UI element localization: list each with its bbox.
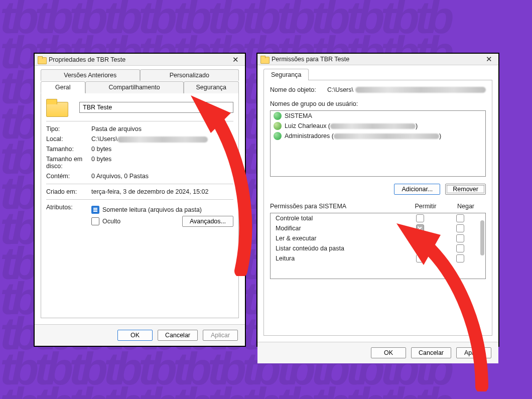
properties-dialog-frame: Propriedades de TBR Teste ✕ Versões Ante… [34, 53, 246, 347]
group-icon [274, 112, 282, 120]
list-item-label: SISTEMA [285, 112, 312, 119]
checkbox-allow[interactable] [416, 234, 424, 242]
window-title: Permissões para TBR Teste [272, 56, 482, 63]
tab-personalizado[interactable]: Personalizado [140, 69, 239, 81]
ok-button[interactable]: OK [117, 330, 153, 341]
label-local: Local: [46, 136, 91, 143]
advanced-button[interactable]: Avançados... [182, 216, 233, 227]
group-listbox[interactable]: SISTEMA Luiz Charleaux () Administradore… [270, 110, 486, 177]
label-tamanho: Tamanho: [46, 146, 91, 153]
apply-button[interactable]: Aplicar [456, 347, 491, 358]
titlebar[interactable]: Permissões para TBR Teste ✕ [257, 54, 498, 65]
col-header-allow: Permitir [406, 203, 446, 210]
checkbox-deny[interactable] [456, 214, 464, 222]
perm-row-leitura: Leitura [271, 253, 485, 263]
perm-label: Ler & executar [276, 235, 316, 242]
perm-row-listar: Listar conteúdo da pasta [271, 243, 485, 253]
permissions-header: Permissões para SISTEMA Permitir Negar [270, 203, 486, 210]
folder-icon [38, 56, 46, 63]
cancel-button[interactable]: Cancelar [411, 347, 451, 358]
list-item-label: Luiz Charleaux () [285, 122, 418, 129]
checkbox-readonly[interactable] [91, 206, 99, 214]
titlebar[interactable]: Propriedades de TBR Teste ✕ [35, 54, 245, 66]
perm-row-ler-executar: Ler & executar [271, 233, 485, 243]
label-tipo: Tipo: [46, 125, 91, 132]
checkbox-hidden[interactable] [91, 217, 99, 225]
permissions-listbox[interactable]: Controle total Modificar Ler & executar [270, 213, 486, 279]
redacted-path [355, 87, 486, 93]
tab-panel-seguranca: Nome do objeto: C:\Users\ Nomes de grupo… [263, 80, 492, 336]
checkbox-deny[interactable] [456, 234, 464, 242]
label-hidden: Oculto [102, 218, 120, 225]
add-button[interactable]: Adicionar... [394, 184, 440, 195]
value-object-name: C:\Users\ [327, 86, 486, 93]
label-criado: Criado em: [46, 188, 91, 195]
value-contem: 0 Arquivos, 0 Pastas [91, 173, 233, 180]
perm-label: Modificar [276, 225, 301, 232]
tab-compartilhamento[interactable]: Compartilhamento [85, 81, 184, 93]
cancel-button[interactable]: Cancelar [158, 330, 198, 341]
list-item-user[interactable]: Luiz Charleaux () [271, 121, 485, 131]
redacted-name [334, 134, 439, 139]
folder-name-input[interactable] [79, 102, 233, 113]
checkbox-deny[interactable] [456, 254, 464, 262]
window-title: Propriedades de TBR Teste [49, 56, 229, 63]
value-tamanho: 0 bytes [91, 146, 233, 153]
tab-seguranca[interactable]: Segurança [184, 81, 239, 93]
list-item-sistema[interactable]: SISTEMA [271, 111, 485, 121]
value-criado: terça-feira, 3 de dezembro de 2024, 15:0… [91, 188, 233, 195]
value-tipo: Pasta de arquivos [91, 125, 233, 132]
user-icon [274, 122, 282, 130]
group-icon [274, 132, 282, 140]
label-object-name: Nome do objeto: [270, 86, 327, 93]
perm-row-modificar: Modificar [271, 223, 485, 233]
tab-seguranca[interactable]: Segurança [263, 69, 309, 80]
tab-row-bottom: Geral Compartilhamento Segurança [41, 81, 239, 93]
close-icon[interactable]: ✕ [229, 54, 242, 65]
list-item-label: Administradores () [285, 132, 441, 140]
value-tamanho-disco: 0 bytes [91, 156, 233, 170]
apply-button[interactable]: Aplicar [203, 330, 238, 341]
tab-row-top: Versões Anteriores Personalizado [41, 69, 239, 81]
folder-large-icon [46, 99, 67, 116]
label-permissions-for: Permissões para SISTEMA [270, 203, 346, 210]
col-header-deny: Negar [446, 203, 486, 210]
folder-icon [260, 56, 269, 63]
dialog-button-bar: OK Cancelar Aplicar [35, 324, 245, 346]
dialog-button-bar: OK Cancelar Aplicar [257, 342, 498, 363]
checkbox-deny[interactable] [456, 244, 464, 252]
perm-label: Listar conteúdo da pasta [276, 245, 344, 252]
checkbox-allow[interactable] [416, 244, 424, 252]
label-groups: Nomes de grupo ou de usuário: [270, 100, 486, 107]
checkbox-deny[interactable] [456, 224, 464, 232]
value-local: C:\Users\ [91, 136, 233, 143]
label-contem: Contém: [46, 173, 91, 180]
checkbox-allow[interactable] [416, 224, 424, 232]
label-readonly: Somente leitura (arquivos da pasta) [102, 206, 202, 213]
tab-panel-geral: Tipo: Pasta de arquivos Local: C:\Users\… [41, 93, 239, 318]
tab-geral[interactable]: Geral [41, 81, 85, 93]
close-icon[interactable]: ✕ [482, 54, 495, 65]
perm-row-controle-total: Controle total [271, 213, 485, 223]
tab-versoes-anteriores[interactable]: Versões Anteriores [41, 69, 140, 81]
perm-label: Leitura [276, 255, 295, 262]
remove-button[interactable]: Remover [445, 184, 486, 195]
scrollbar-thumb[interactable] [480, 220, 484, 255]
redacted-name [330, 123, 416, 129]
perm-label: Controle total [276, 215, 313, 222]
checkbox-allow[interactable] [416, 254, 424, 262]
permissions-dialog-frame: Permissões para TBR Teste ✕ Segurança No… [256, 53, 499, 347]
list-item-admins[interactable]: Administradores () [271, 131, 485, 141]
label-atributos: Atributos: [46, 204, 91, 229]
label-tamanho-disco: Tamanho em disco: [46, 156, 91, 170]
redacted-path [117, 137, 208, 143]
ok-button[interactable]: OK [371, 347, 406, 358]
checkbox-allow[interactable] [416, 214, 424, 222]
